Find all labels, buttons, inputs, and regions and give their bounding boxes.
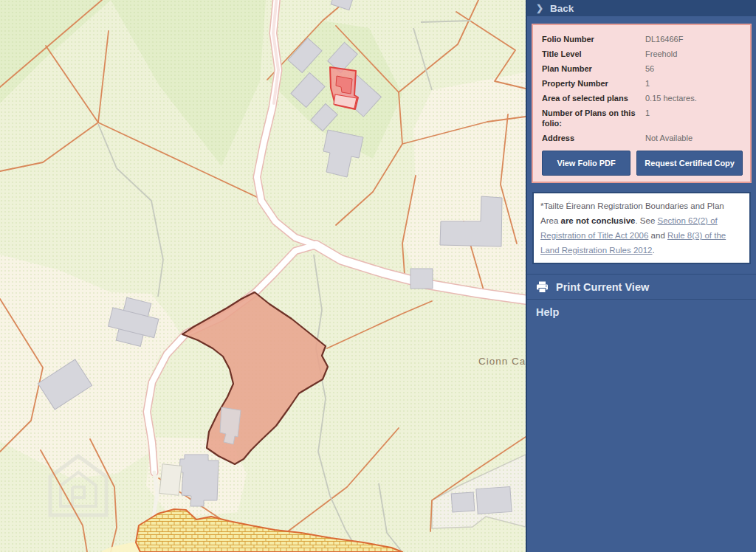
printer-icon xyxy=(536,281,549,293)
map-stipple-texture xyxy=(0,0,526,552)
disclaimer-text: . xyxy=(653,246,655,255)
help-label: Help xyxy=(536,306,559,318)
disclaimer-text: and xyxy=(648,231,667,240)
disclaimer-bold-text: are not conclusive xyxy=(561,216,636,225)
landdirect-map-viewer: Cionn Cas ❯ Back Folio Number DL16466F T… xyxy=(0,0,756,552)
place-label: Cionn Cas xyxy=(478,356,526,367)
folio-row-label: Plan Number xyxy=(542,61,645,76)
folio-row-label: Address xyxy=(542,131,645,145)
folio-row-value: DL16466F xyxy=(645,32,743,46)
help-button[interactable]: Help xyxy=(527,299,756,324)
disclaimer-text: . See xyxy=(635,216,657,225)
boundaries-disclaimer: *Tailte Éireann Registration Boundaries … xyxy=(532,192,751,264)
folio-row-label: Number of Plans on this folio: xyxy=(542,106,645,131)
folio-row-value: 1 xyxy=(645,106,743,131)
selected-plan[interactable] xyxy=(330,67,358,109)
chevron-right-icon: ❯ xyxy=(536,4,543,13)
print-current-view-button[interactable]: Print Current View xyxy=(527,274,756,299)
map-canvas[interactable]: Cionn Cas xyxy=(0,0,526,552)
folio-row-label: Folio Number xyxy=(542,32,645,46)
back-label: Back xyxy=(550,3,574,14)
folio-row-value: 1 xyxy=(645,76,743,91)
folio-row-value: Not Available xyxy=(645,131,743,145)
back-button[interactable]: ❯ Back xyxy=(527,0,756,16)
folio-row-value: 56 xyxy=(645,61,743,76)
folio-info-panel: Folio Number DL16466F Title Level Freeho… xyxy=(532,24,752,183)
folio-row-label: Title Level xyxy=(542,46,645,61)
folio-row-label: Property Number xyxy=(542,76,645,91)
request-certified-copy-button[interactable]: Request Certified Copy xyxy=(636,151,743,176)
print-label: Print Current View xyxy=(556,281,649,293)
folio-row-value: 0.15 hectares. xyxy=(645,91,743,106)
sidebar: ❯ Back Folio Number DL16466F Title Level… xyxy=(526,0,756,552)
folio-row-label: Area of selected plans xyxy=(542,91,645,106)
view-folio-pdf-button[interactable]: View Folio PDF xyxy=(542,151,630,176)
folio-row-value: Freehold xyxy=(645,46,743,61)
